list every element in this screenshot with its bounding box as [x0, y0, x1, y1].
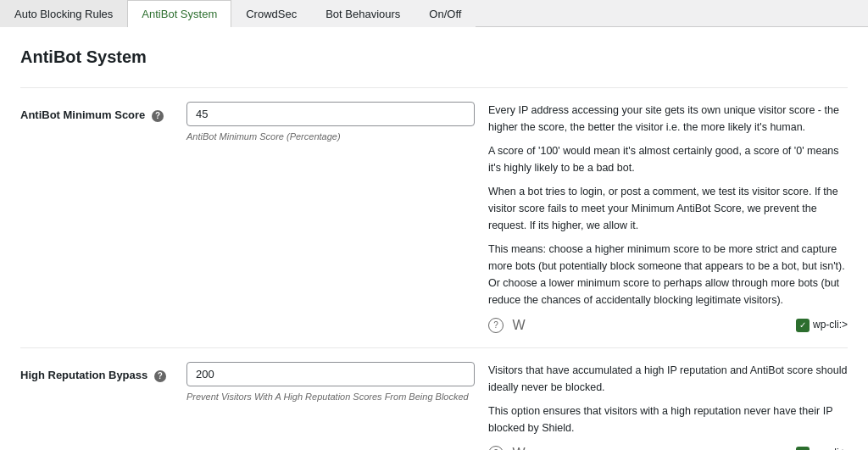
high-reputation-bypass-hint: Prevent Visitors With A High Reputation …: [186, 392, 475, 402]
tabs-bar: Auto Blocking Rules AntiBot System Crowd…: [0, 0, 868, 27]
high-reputation-bypass-question-icon[interactable]: ?: [488, 446, 504, 450]
page-wrapper: Auto Blocking Rules AntiBot System Crowd…: [0, 0, 868, 450]
high-reputation-bypass-wp-cli-label: wp-cli:>: [813, 445, 848, 450]
antibot-minimum-score-footer: ? W ✓ wp-cli:>: [488, 317, 848, 334]
antibot-score-question-icon[interactable]: ?: [488, 318, 504, 333]
high-reputation-bypass-footer: ? W ✓ wp-cli:>: [488, 445, 848, 450]
tab-auto-blocking[interactable]: Auto Blocking Rules: [0, 0, 127, 27]
antibot-minimum-score-help-icon[interactable]: ?: [152, 110, 164, 122]
high-reputation-bypass-description: Visitors that have accumulated a high IP…: [488, 362, 848, 450]
high-reputation-bypass-wp-cli-badge: ✓ wp-cli:>: [796, 445, 848, 450]
antibot-score-wp-cli-badge: ✓ wp-cli:>: [796, 317, 848, 333]
high-reputation-bypass-input-area: Prevent Visitors With A High Reputation …: [186, 362, 475, 402]
high-reputation-bypass-check-icon: ✓: [796, 447, 810, 450]
tab-antibot[interactable]: AntiBot System: [127, 0, 231, 27]
tab-crowdsec[interactable]: CrowdSec: [231, 0, 311, 27]
antibot-minimum-score-input-area: AntiBot Minimum Score (Percentage): [186, 102, 475, 142]
antibot-minimum-score-description: Every IP address accessing your site get…: [488, 102, 848, 334]
high-reputation-bypass-row: High Reputation Bypass ? Prevent Visitor…: [20, 347, 848, 450]
antibot-minimum-score-hint: AntiBot Minimum Score (Percentage): [186, 131, 475, 142]
high-reputation-bypass-wp-icon[interactable]: W: [510, 445, 527, 450]
antibot-score-check-icon: ✓: [796, 319, 810, 332]
antibot-minimum-score-label: AntiBot Minimum Score ?: [20, 102, 173, 122]
antibot-score-wp-icon[interactable]: W: [510, 317, 527, 334]
antibot-minimum-score-input[interactable]: [186, 102, 475, 126]
antibot-minimum-score-row: AntiBot Minimum Score ? AntiBot Minimum …: [20, 87, 848, 347]
antibot-score-wp-cli-label: wp-cli:>: [813, 317, 848, 333]
tab-on-off[interactable]: On/Off: [415, 0, 476, 27]
page-title: AntiBot System: [20, 47, 848, 67]
main-content: AntiBot System AntiBot Minimum Score ? A…: [0, 27, 868, 450]
high-reputation-bypass-label: High Reputation Bypass ?: [20, 362, 173, 382]
high-reputation-bypass-input[interactable]: [186, 362, 475, 386]
high-reputation-bypass-help-icon[interactable]: ?: [154, 370, 166, 382]
tab-bot-behaviours[interactable]: Bot Behaviours: [311, 0, 415, 27]
